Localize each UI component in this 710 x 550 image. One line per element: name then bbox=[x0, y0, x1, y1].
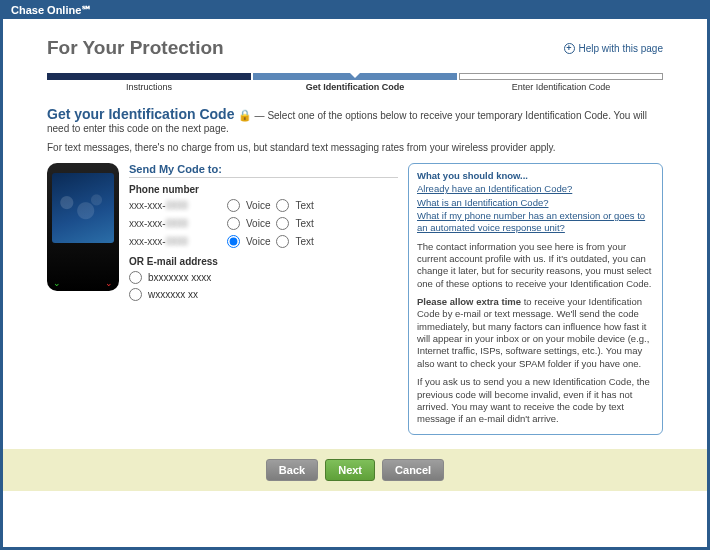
info-paragraph-3: If you ask us to send you a new Identifi… bbox=[417, 376, 654, 425]
step-enter-code: Enter Identification Code bbox=[459, 73, 663, 92]
phone1-text-radio[interactable] bbox=[276, 199, 289, 212]
app-window: Chase Online℠ For Your Protection + Help… bbox=[0, 0, 710, 550]
info-link-extension[interactable]: What if my phone number has an extension… bbox=[417, 210, 654, 235]
info-link-what-is[interactable]: What is an Identification Code? bbox=[417, 197, 654, 209]
phone-illustration: ⌄⌄ bbox=[47, 163, 119, 291]
section-title: Get your Identification Code bbox=[47, 106, 234, 122]
lock-icon: 🔒 bbox=[238, 109, 252, 121]
phone2-text-radio[interactable] bbox=[276, 217, 289, 230]
content-area: For Your Protection + Help with this pag… bbox=[3, 19, 707, 547]
next-button[interactable]: Next bbox=[325, 459, 375, 481]
form-heading: Send My Code to: bbox=[129, 163, 398, 178]
phone-option-2: xxx-xxx-0000 Voice Text bbox=[129, 217, 398, 230]
info-title: What you should know... bbox=[417, 170, 654, 182]
info-link-already-have[interactable]: Already have an Identification Code? bbox=[417, 183, 654, 195]
email-option-2: wxxxxxx xx bbox=[129, 288, 398, 301]
email-group-label: OR E-mail address bbox=[129, 256, 398, 267]
info-paragraph-2: Please allow extra time to receive your … bbox=[417, 296, 654, 370]
step-instructions: Instructions bbox=[47, 73, 251, 92]
progress-stepper: Instructions Get Identification Code Ent… bbox=[47, 73, 663, 92]
phone-group-label: Phone number bbox=[129, 184, 398, 195]
email-option-1: bxxxxxxx xxxx bbox=[129, 271, 398, 284]
email2-radio[interactable] bbox=[129, 288, 142, 301]
help-link-label: Help with this page bbox=[579, 43, 664, 54]
phone-option-1: xxx-xxx-0000 Voice Text bbox=[129, 199, 398, 212]
cancel-button[interactable]: Cancel bbox=[382, 459, 444, 481]
sms-rate-note: For text messages, there's no charge fro… bbox=[47, 142, 663, 153]
help-link[interactable]: + Help with this page bbox=[564, 43, 664, 54]
delivery-form: Send My Code to: Phone number xxx-xxx-00… bbox=[129, 163, 398, 435]
phone-option-3: xxx-xxx-0000 Voice Text bbox=[129, 235, 398, 248]
phone3-voice-radio[interactable] bbox=[227, 235, 240, 248]
step-get-code: Get Identification Code bbox=[253, 73, 457, 92]
info-panel: What you should know... Already have an … bbox=[408, 163, 663, 435]
plus-icon: + bbox=[564, 43, 575, 54]
phone3-text-radio[interactable] bbox=[276, 235, 289, 248]
info-paragraph-1: The contact information you see here is … bbox=[417, 241, 654, 290]
phone1-voice-radio[interactable] bbox=[227, 199, 240, 212]
action-bar: Back Next Cancel bbox=[3, 449, 707, 491]
back-button[interactable]: Back bbox=[266, 459, 318, 481]
chevron-down-icon bbox=[350, 73, 360, 78]
window-title: Chase Online℠ bbox=[3, 3, 707, 19]
email1-radio[interactable] bbox=[129, 271, 142, 284]
page-title: For Your Protection bbox=[47, 37, 224, 59]
phone2-voice-radio[interactable] bbox=[227, 217, 240, 230]
